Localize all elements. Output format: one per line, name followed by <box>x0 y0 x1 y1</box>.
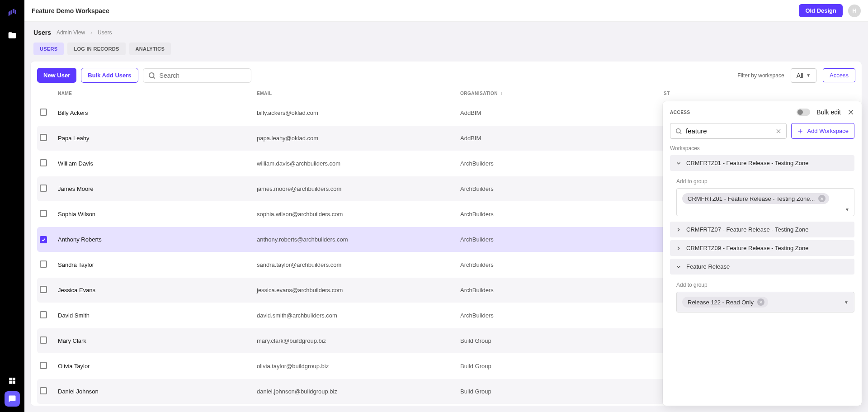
tab-login-records[interactable]: LOG IN RECORDS <box>67 43 125 55</box>
search-box[interactable] <box>143 68 251 83</box>
svg-line-9 <box>680 133 681 134</box>
checkbox[interactable] <box>40 134 47 141</box>
bulk-edit-toggle[interactable] <box>797 109 810 116</box>
chevron-down-icon <box>675 264 682 270</box>
workspace-item[interactable]: CRMFRTZ09 - Feature Release - Testing Zo… <box>670 240 854 256</box>
checkbox[interactable] <box>40 362 47 369</box>
dashboard-icon[interactable] <box>8 377 16 385</box>
cell-organisation: Build Group <box>460 363 664 369</box>
cell-name: Sandra Taylor <box>58 261 257 268</box>
cell-name: Billy Ackers <box>58 109 257 116</box>
search-icon <box>675 128 682 135</box>
cell-name: William Davis <box>58 160 257 167</box>
cell-email: william.davis@archbuilders.com <box>257 160 460 167</box>
panel-search-box[interactable] <box>670 123 787 139</box>
new-user-button[interactable]: New User <box>37 68 76 83</box>
cell-organisation: ArchBuilders <box>460 261 664 268</box>
svg-rect-1 <box>13 378 15 380</box>
chevron-right-icon <box>675 245 682 251</box>
breadcrumb-item[interactable]: Admin View <box>57 29 85 36</box>
filter-by-workspace-label: Filter by workspace <box>737 72 784 79</box>
sidebar <box>0 0 24 412</box>
cell-name: Sophia Wilson <box>58 211 257 218</box>
workspaces-label: Workspaces <box>670 145 854 152</box>
group-chip: Release 122 - Read Only ✕ <box>682 297 768 308</box>
avatar[interactable]: H <box>848 5 861 17</box>
workspace-item[interactable]: CRMFRTZ07 - Feature Release - Testing Zo… <box>670 222 854 237</box>
caret-down-icon: ▼ <box>806 73 811 78</box>
cell-name: David Smith <box>58 312 257 319</box>
checkbox[interactable] <box>40 185 47 192</box>
topbar: Feature Demo Workspace Old Design H <box>24 0 868 22</box>
breadcrumb-item[interactable]: Users <box>98 29 112 36</box>
cell-organisation: ArchBuilders <box>460 287 664 294</box>
search-input[interactable] <box>160 72 246 79</box>
checkbox[interactable] <box>40 286 47 293</box>
bulk-edit-label: Bulk edit <box>816 109 841 116</box>
group-select[interactable]: CRMFRTZ01 - Feature Release - Testing Zo… <box>676 188 854 216</box>
logo-icon <box>7 8 17 18</box>
cell-organisation: Build Group <box>460 388 664 395</box>
cell-name: Daniel Johnson <box>58 388 257 395</box>
svg-point-8 <box>676 128 680 133</box>
tab-users[interactable]: USERS <box>33 43 64 55</box>
workspace-item[interactable]: Feature Release <box>670 259 854 275</box>
checkbox[interactable] <box>40 210 47 217</box>
checkbox[interactable] <box>40 387 47 394</box>
cell-organisation: ArchBuilders <box>460 185 664 192</box>
page-title: Users <box>33 29 51 36</box>
cell-organisation: AddBIM <box>460 109 664 116</box>
checkbox[interactable] <box>40 159 47 166</box>
group-chip: CRMFRTZ01 - Feature Release - Testing Zo… <box>682 193 829 204</box>
workspace-filter-select[interactable]: All ▼ <box>791 68 816 83</box>
tabs: USERS LOG IN RECORDS ANALYTICS <box>33 43 859 55</box>
cell-name: Jessica Evans <box>58 287 257 294</box>
chat-button[interactable] <box>5 391 20 407</box>
column-organisation[interactable]: ORGANISATION ↑ <box>460 91 664 96</box>
cell-name: James Moore <box>58 185 257 192</box>
chevron-down-icon <box>675 160 682 166</box>
add-to-group-label: Add to group <box>676 178 854 185</box>
svg-rect-0 <box>9 378 12 380</box>
access-button[interactable]: Access <box>823 68 855 82</box>
chip-remove-icon[interactable]: ✕ <box>757 298 764 306</box>
search-icon <box>148 71 156 80</box>
workspace-item[interactable]: CRMFRTZ01 - Feature Release - Testing Zo… <box>670 155 854 171</box>
folder-icon[interactable] <box>8 31 17 40</box>
panel-search-input[interactable] <box>686 127 772 135</box>
checkbox[interactable] <box>40 236 47 243</box>
cell-organisation: ArchBuilders <box>460 160 664 167</box>
breadcrumb: Users Admin View › Users <box>33 29 859 36</box>
caret-down-icon: ▼ <box>845 207 849 212</box>
cell-email: jessica.evans@archbuilders.com <box>257 287 460 294</box>
cell-email: papa.leahy@oklad.com <box>257 135 460 142</box>
column-name[interactable]: NAME <box>58 91 257 96</box>
cell-name: Papa Leahy <box>58 135 257 142</box>
close-icon[interactable] <box>847 109 854 116</box>
svg-rect-3 <box>13 381 15 384</box>
cell-email: olivia.taylor@buildgroup.biz <box>257 363 460 369</box>
chip-remove-icon[interactable]: ✕ <box>818 195 826 202</box>
column-email[interactable]: EMAIL <box>257 91 460 96</box>
cell-email: james.moore@archbuilders.com <box>257 185 460 192</box>
checkbox[interactable] <box>40 336 47 344</box>
tab-analytics[interactable]: ANALYTICS <box>129 43 171 55</box>
group-select[interactable]: Release 122 - Read Only ✕ ▼ <box>676 292 854 313</box>
checkbox[interactable] <box>40 311 47 318</box>
cell-email: anthony.roberts@archbuilders.com <box>257 236 460 243</box>
chevron-right-icon: › <box>90 29 92 36</box>
checkbox[interactable] <box>40 260 47 268</box>
column-status[interactable]: ST <box>664 91 853 96</box>
cell-name: Olivia Taylor <box>58 363 257 369</box>
cell-organisation: Build Group <box>460 337 664 344</box>
cell-email: david.smith@archbuilders.com <box>257 312 460 319</box>
old-design-button[interactable]: Old Design <box>799 4 843 17</box>
access-panel: ACCESS Bulk edit <box>663 101 862 406</box>
cell-email: sophia.wilson@archbuilders.com <box>257 211 460 218</box>
cell-email: mary.clark@buildgroup.biz <box>257 337 460 344</box>
add-workspace-button[interactable]: Add Workspace <box>791 123 854 139</box>
checkbox[interactable] <box>40 109 47 116</box>
clear-search-icon[interactable] <box>775 128 782 134</box>
cell-email: sandra.taylor@archbuilders.com <box>257 261 460 268</box>
bulk-add-users-button[interactable]: Bulk Add Users <box>81 68 138 83</box>
